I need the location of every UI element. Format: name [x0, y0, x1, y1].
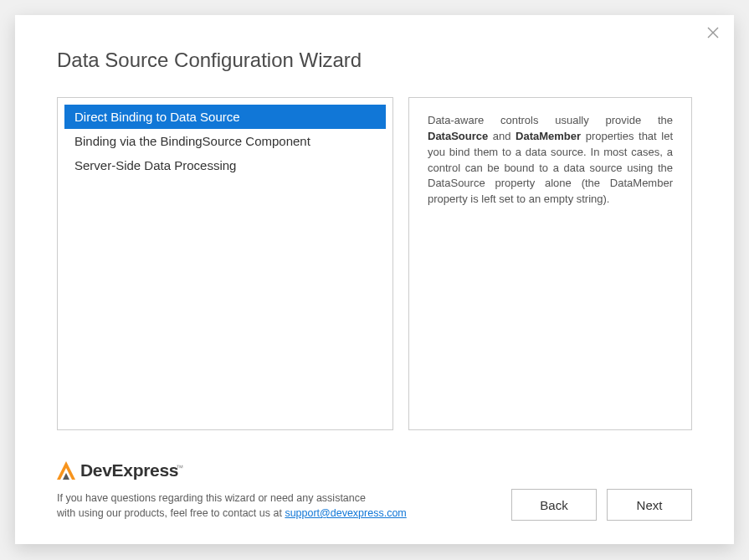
brand-name: DevExpress™	[80, 460, 183, 480]
page-title: Data Source Configuration Wizard	[15, 15, 734, 72]
support-text: If you have questions regarding this wiz…	[57, 491, 407, 521]
description-text: Data-aware controls usually provide the …	[428, 113, 673, 208]
footer: DevExpress™ If you have questions regard…	[57, 460, 692, 521]
options-panel: Direct Binding to Data Source Binding vi…	[57, 97, 393, 430]
close-icon[interactable]	[707, 27, 719, 39]
wizard-dialog: Data Source Configuration Wizard Direct …	[15, 15, 734, 544]
description-panel: Data-aware controls usually provide the …	[408, 97, 692, 430]
option-server-side[interactable]: Server-Side Data Processing	[64, 153, 386, 177]
option-direct-binding[interactable]: Direct Binding to Data Source	[64, 105, 386, 129]
devexpress-logo-icon	[57, 461, 75, 480]
content-area: Direct Binding to Data Source Binding vi…	[15, 72, 734, 430]
back-button[interactable]: Back	[511, 489, 597, 521]
support-email-link[interactable]: support@devexpress.com	[285, 507, 406, 519]
brand: DevExpress™	[57, 460, 407, 480]
next-button[interactable]: Next	[607, 489, 692, 521]
option-bindingsource[interactable]: Binding via the BindingSource Component	[64, 129, 386, 153]
button-bar: Back Next	[511, 489, 692, 521]
brand-area: DevExpress™ If you have questions regard…	[57, 460, 407, 521]
